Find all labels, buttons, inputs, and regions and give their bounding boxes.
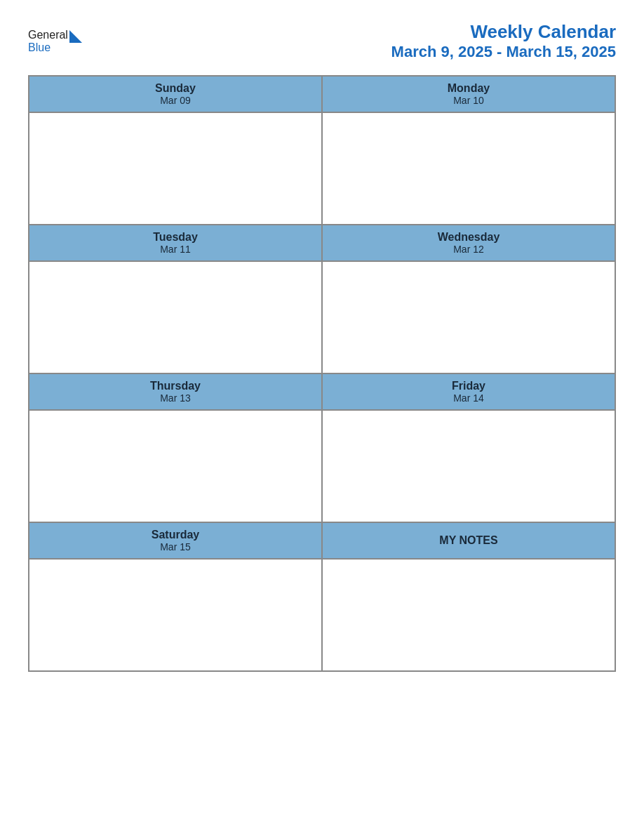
logo-general-text: General <box>28 29 68 41</box>
title-block: Weekly Calendar March 9, 2025 - March 15… <box>391 21 616 61</box>
calendar-date-range: March 9, 2025 - March 15, 2025 <box>391 43 616 61</box>
sunday-name: Sunday <box>32 82 318 95</box>
saturday-date: Mar 15 <box>32 541 318 552</box>
friday-header: Friday Mar 14 <box>322 373 615 410</box>
my-notes-label: MY NOTES <box>439 534 497 547</box>
friday-name: Friday <box>326 380 612 392</box>
thursday-cell[interactable] <box>29 410 322 522</box>
friday-date: Mar 14 <box>326 392 612 404</box>
logo-blue-text: Blue <box>28 41 51 54</box>
thursday-name: Thursday <box>32 380 318 392</box>
page-header: General Blue Weekly Calendar March 9, 20… <box>28 21 616 61</box>
row-tuesday-wednesday-header: Tuesday Mar 11 Wednesday Mar 12 <box>29 225 615 261</box>
tuesday-name: Tuesday <box>32 231 318 244</box>
wednesday-header: Wednesday Mar 12 <box>322 225 615 261</box>
saturday-header: Saturday Mar 15 <box>29 522 322 559</box>
calendar-title: Weekly Calendar <box>391 21 616 43</box>
logo-triangle-icon <box>69 30 82 43</box>
wednesday-name: Wednesday <box>326 231 612 244</box>
row-thursday-friday-header: Thursday Mar 13 Friday Mar 14 <box>29 373 615 410</box>
monday-date: Mar 10 <box>326 95 612 106</box>
my-notes-header: MY NOTES <box>322 522 615 559</box>
friday-cell[interactable] <box>322 410 615 522</box>
monday-header: Monday Mar 10 <box>322 76 615 112</box>
thursday-header: Thursday Mar 13 <box>29 373 322 410</box>
row-sunday-monday-cells <box>29 112 615 225</box>
wednesday-cell[interactable] <box>322 261 615 373</box>
notes-cell[interactable] <box>322 559 615 671</box>
row-thursday-friday-cells <box>29 410 615 522</box>
row-tuesday-wednesday-cells <box>29 261 615 373</box>
sunday-date: Mar 09 <box>32 95 318 106</box>
wednesday-date: Mar 12 <box>326 244 612 255</box>
tuesday-cell[interactable] <box>29 261 322 373</box>
tuesday-date: Mar 11 <box>32 244 318 255</box>
logo: General Blue <box>28 29 82 53</box>
sunday-cell[interactable] <box>29 112 322 225</box>
row-saturday-notes-cells <box>29 559 615 671</box>
monday-cell[interactable] <box>322 112 615 225</box>
thursday-date: Mar 13 <box>32 392 318 404</box>
tuesday-header: Tuesday Mar 11 <box>29 225 322 261</box>
saturday-cell[interactable] <box>29 559 322 671</box>
sunday-header: Sunday Mar 09 <box>29 76 322 112</box>
monday-name: Monday <box>326 82 612 95</box>
row-saturday-notes-header: Saturday Mar 15 MY NOTES <box>29 522 615 559</box>
calendar-grid: Sunday Mar 09 Monday Mar 10 Tuesday Mar … <box>28 75 616 672</box>
saturday-name: Saturday <box>32 529 318 541</box>
row-sunday-monday-header: Sunday Mar 09 Monday Mar 10 <box>29 76 615 112</box>
